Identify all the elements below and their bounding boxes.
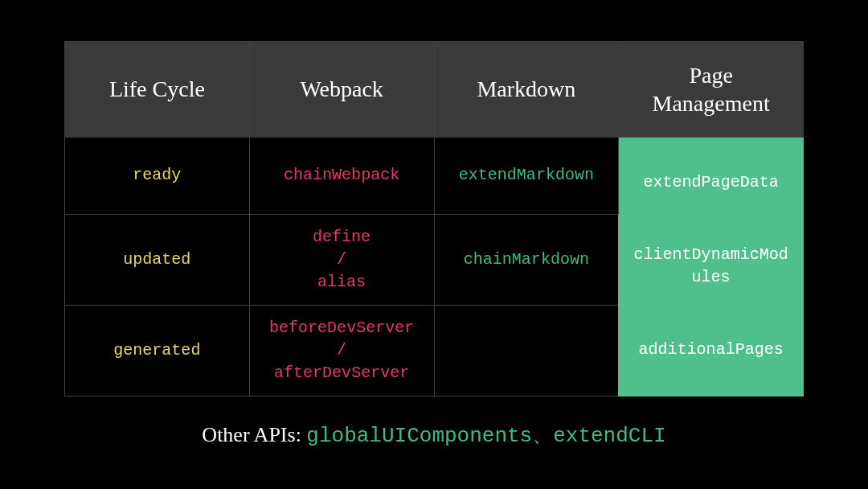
- cell-webpack-ready: chainWebpack: [249, 137, 434, 214]
- page-item-client-dynamic-modules: clientDynamicModules: [627, 244, 795, 289]
- cell-webpack-generated: beforeDevServer/afterDevServer: [249, 305, 434, 396]
- cell-markdown-generated: [434, 305, 619, 396]
- cell-lifecycle-updated: updated: [65, 214, 250, 305]
- page-item-extend-page-data: extendPageData: [627, 171, 795, 194]
- page-item-additional-pages: additionalPages: [627, 339, 795, 361]
- table-row: ready chainWebpack extendMarkdown extend…: [65, 137, 804, 214]
- table-header-row: Life Cycle Webpack Markdown PageManageme…: [65, 41, 804, 137]
- other-apis-label: Other APIs:: [202, 423, 306, 446]
- other-apis-footer: Other APIs: globalUIComponents、extendCLI: [202, 421, 665, 449]
- cell-lifecycle-generated: generated: [65, 305, 250, 396]
- cell-markdown-ready: extendMarkdown: [434, 137, 619, 214]
- header-lifecycle: Life Cycle: [65, 41, 250, 137]
- cell-markdown-updated: chainMarkdown: [434, 214, 619, 305]
- api-table: Life Cycle Webpack Markdown PageManageme…: [64, 41, 804, 397]
- page-management-stack: extendPageData clientDynamicModules addi…: [627, 154, 795, 379]
- cell-webpack-updated: define/alias: [249, 214, 434, 305]
- cell-lifecycle-ready: ready: [65, 137, 250, 214]
- header-markdown: Markdown: [434, 41, 619, 137]
- api-table-wrapper: Life Cycle Webpack Markdown PageManageme…: [64, 41, 804, 397]
- cell-page-management-merged: extendPageData clientDynamicModules addi…: [619, 137, 804, 396]
- header-webpack: Webpack: [249, 41, 434, 137]
- other-apis-list: globalUIComponents、extendCLI: [306, 424, 665, 448]
- header-page-management: PageManagement: [619, 41, 804, 137]
